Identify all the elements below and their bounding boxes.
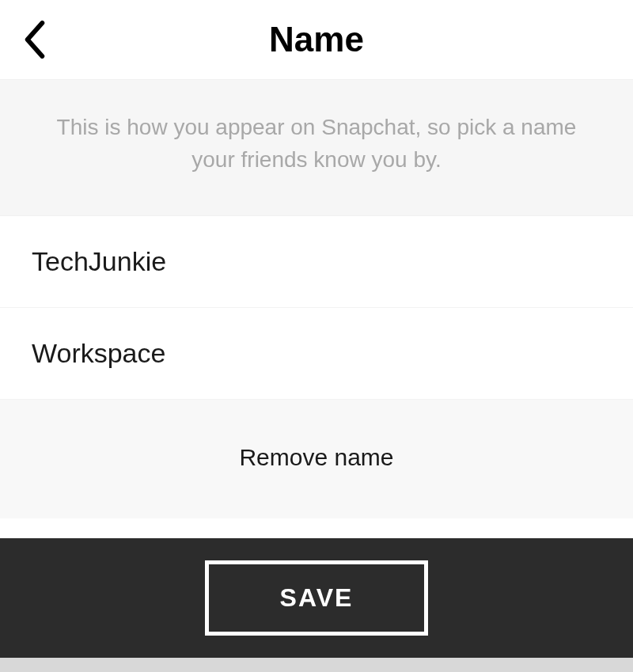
last-name-row	[0, 308, 633, 400]
first-name-field[interactable]	[32, 246, 601, 277]
header: Name	[0, 0, 633, 79]
last-name-field[interactable]	[32, 338, 601, 369]
back-button[interactable]	[16, 13, 54, 66]
page-title: Name	[269, 20, 364, 59]
first-name-row	[0, 216, 633, 308]
bottom-strip	[0, 658, 633, 672]
spacer	[0, 518, 633, 538]
chevron-left-icon	[24, 21, 46, 59]
save-button[interactable]: SAVE	[205, 560, 429, 636]
info-banner: This is how you appear on Snapchat, so p…	[0, 79, 633, 216]
remove-name-button[interactable]: Remove name	[0, 400, 633, 518]
save-bar: SAVE	[0, 538, 633, 658]
